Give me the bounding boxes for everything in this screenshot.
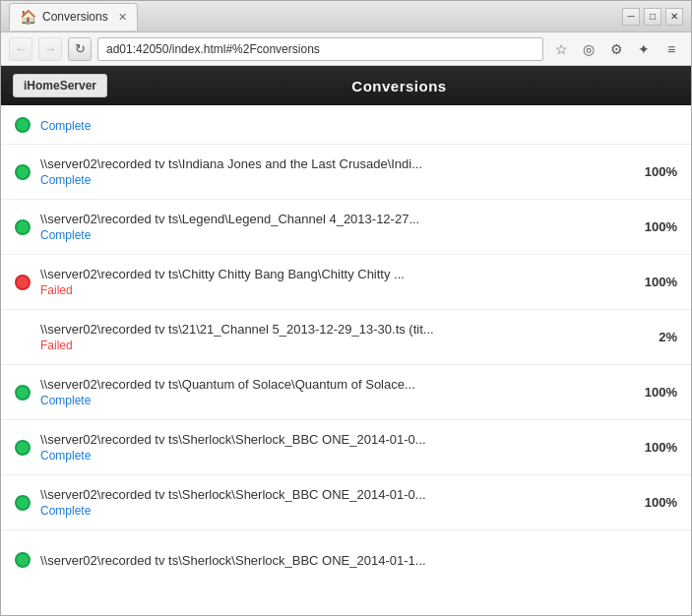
item-percent: 100% <box>633 385 677 400</box>
status-dot <box>15 552 31 568</box>
item-status: Complete <box>40 119 623 133</box>
navigation-bar: ← → ↻ ☆ ◎ ⚙ ✦ ≡ <box>1 32 691 66</box>
bookmark-icon[interactable]: ☆ <box>549 37 573 61</box>
tab-close-button[interactable]: ✕ <box>118 11 127 24</box>
minimize-button[interactable]: ─ <box>622 8 640 26</box>
address-bar[interactable] <box>97 37 543 61</box>
item-info: Complete <box>40 117 623 133</box>
tab-favicon: 🏠 <box>20 9 36 25</box>
status-dot <box>15 495 31 511</box>
item-path: \\server02\recorded tv ts\Sherlock\Sherl… <box>40 553 623 568</box>
item-percent: 2% <box>633 330 677 344</box>
item-percent: 100% <box>633 275 677 289</box>
item-path: \\server02\recorded tv ts\Legend\Legend_… <box>40 212 623 226</box>
item-status: Complete <box>40 449 623 462</box>
tab-strip: 🏠 Conversions ✕ <box>9 3 622 31</box>
item-path: \\server02\recorded tv ts\Sherlock\Sherl… <box>40 487 623 502</box>
extensions-icon[interactable]: ✦ <box>632 37 656 61</box>
item-status: Complete <box>40 504 623 518</box>
list-item: \\server02\recorded tv ts\Indiana Jones … <box>1 145 691 200</box>
tab-title: Conversions <box>42 10 108 24</box>
nav-action-icons: ☆ ◎ ⚙ ✦ ≡ <box>549 37 683 61</box>
item-info: \\server02\recorded tv ts\Legend\Legend_… <box>40 212 623 242</box>
page-title: Conversions <box>107 78 691 94</box>
item-status: Complete <box>40 394 623 407</box>
refresh-icon: ↻ <box>75 41 86 56</box>
item-info: \\server02\recorded tv ts\Sherlock\Sherl… <box>40 487 623 518</box>
list-item: \\server02\recorded tv ts\Legend\Legend_… <box>1 200 691 255</box>
back-button[interactable]: ← <box>9 37 32 61</box>
item-info: \\server02\recorded tv ts\Sherlock\Sherl… <box>40 553 623 568</box>
item-percent: 100% <box>633 440 677 455</box>
item-path: \\server02\recorded tv ts\21\21_Channel … <box>40 322 623 337</box>
item-info: \\server02\recorded tv ts\Indiana Jones … <box>40 156 623 187</box>
forward-button[interactable]: → <box>38 37 62 61</box>
item-status: Complete <box>40 228 623 242</box>
list-item: Complete <box>1 105 691 145</box>
browser-window: 🏠 Conversions ✕ ─ □ ✕ ← → ↻ ☆ ◎ <box>0 0 692 616</box>
item-info: \\server02\recorded tv ts\Quantum of Sol… <box>40 377 623 407</box>
list-item: \\server02\recorded tv ts\21\21_Channel … <box>1 310 691 365</box>
list-item: \\server02\recorded tv ts\Sherlock\Sherl… <box>1 420 691 475</box>
circle-icon[interactable]: ◎ <box>577 37 600 61</box>
status-dot-none <box>15 330 31 345</box>
forward-icon: → <box>44 41 57 56</box>
item-status: Failed <box>40 283 623 297</box>
list-item: \\server02\recorded tv ts\Quantum of Sol… <box>1 365 691 420</box>
item-info: \\server02\recorded tv ts\Chitty Chitty … <box>40 267 623 297</box>
settings-icon[interactable]: ⚙ <box>604 37 628 61</box>
app-logo[interactable]: iHomeServer <box>13 74 107 97</box>
item-path: \\server02\recorded tv ts\Quantum of Sol… <box>40 377 623 392</box>
status-dot <box>15 219 31 235</box>
title-bar: 🏠 Conversions ✕ ─ □ ✕ <box>1 1 691 32</box>
item-status: Failed <box>40 339 623 352</box>
item-info: \\server02\recorded tv ts\21\21_Channel … <box>40 322 623 352</box>
active-tab[interactable]: 🏠 Conversions ✕ <box>9 3 138 31</box>
list-item: \\server02\recorded tv ts\Chitty Chitty … <box>1 255 691 310</box>
menu-icon[interactable]: ≡ <box>660 37 683 61</box>
item-path: \\server02\recorded tv ts\Chitty Chitty … <box>40 267 623 281</box>
close-button[interactable]: ✕ <box>665 8 683 26</box>
item-info: \\server02\recorded tv ts\Sherlock\Sherl… <box>40 432 623 462</box>
item-percent: 100% <box>633 164 677 179</box>
item-status: Complete <box>40 173 623 187</box>
item-path: \\server02\recorded tv ts\Sherlock\Sherl… <box>40 432 623 447</box>
conversions-list[interactable]: Complete \\server02\recorded tv ts\India… <box>1 105 691 615</box>
status-dot-green <box>15 117 31 133</box>
item-percent: 100% <box>633 495 677 510</box>
item-percent: 100% <box>633 219 677 234</box>
app-header: iHomeServer Conversions <box>1 66 691 105</box>
status-dot-red <box>15 275 31 290</box>
list-item: \\server02\recorded tv ts\Sherlock\Sherl… <box>1 475 691 530</box>
back-icon: ← <box>15 41 28 56</box>
refresh-button[interactable]: ↻ <box>68 37 92 61</box>
list-item: \\server02\recorded tv ts\Sherlock\Sherl… <box>1 530 691 585</box>
maximize-button[interactable]: □ <box>644 8 661 26</box>
status-dot <box>15 440 31 456</box>
status-dot <box>15 385 31 400</box>
item-path: \\server02\recorded tv ts\Indiana Jones … <box>40 156 623 171</box>
window-controls: ─ □ ✕ <box>622 8 683 26</box>
status-dot <box>15 164 31 180</box>
